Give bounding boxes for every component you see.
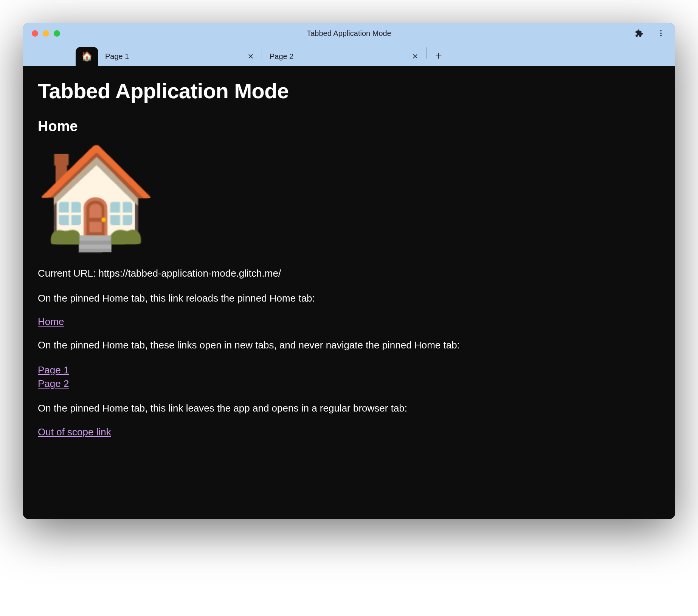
traffic-lights — [32, 23, 60, 44]
tab-pinned-home[interactable]: 🏠 — [76, 47, 98, 66]
link-home[interactable]: Home — [38, 316, 64, 328]
page-subtitle: Home — [38, 118, 660, 135]
tab-close-button[interactable] — [246, 51, 256, 61]
tab-page-2[interactable]: Page 2 — [263, 47, 425, 66]
current-url-label: Current URL: — [38, 268, 98, 279]
paragraph-newtabs: On the pinned Home tab, these links open… — [38, 338, 660, 353]
window-title: Tabbed Application Mode — [307, 29, 391, 38]
kebab-menu-icon — [657, 29, 665, 37]
current-url-value: https://tabbed-application-mode.glitch.m… — [98, 268, 281, 279]
svg-point-2 — [660, 35, 662, 37]
tab-page-1[interactable]: Page 1 — [98, 47, 261, 66]
link-out-of-scope[interactable]: Out of scope link — [38, 426, 111, 438]
app-menu-button[interactable] — [653, 26, 669, 41]
close-icon — [412, 53, 418, 59]
plus-icon — [435, 52, 442, 60]
svg-point-0 — [660, 30, 662, 32]
link-page-2[interactable]: Page 2 — [38, 377, 660, 390]
tab-label: Page 1 — [105, 52, 246, 61]
page-title: Tabbed Application Mode — [38, 79, 660, 103]
home-icon: 🏠 — [81, 52, 93, 61]
close-icon — [248, 53, 254, 59]
current-url-line: Current URL: https://tabbed-application-… — [38, 266, 660, 281]
window-close-button[interactable] — [32, 30, 38, 37]
paragraph-reload: On the pinned Home tab, this link reload… — [38, 291, 660, 306]
app-window: Tabbed Application Mode — [23, 23, 675, 519]
svg-point-1 — [660, 33, 662, 34]
tab-label: Page 2 — [270, 52, 410, 61]
tab-close-button[interactable] — [410, 51, 420, 61]
window-minimize-button[interactable] — [43, 30, 49, 37]
page-content: Tabbed Application Mode Home 🏠 Current U… — [23, 66, 675, 519]
link-page-1[interactable]: Page 1 — [38, 363, 660, 377]
window-maximize-button[interactable] — [54, 30, 60, 37]
tab-strip: 🏠 Page 1 Page 2 — [23, 44, 675, 66]
new-tab-button[interactable] — [430, 48, 447, 64]
puzzle-piece-icon — [635, 29, 643, 37]
tab-separator — [426, 47, 427, 59]
titlebar: Tabbed Application Mode — [23, 23, 675, 44]
paragraph-outofscope: On the pinned Home tab, this link leaves… — [38, 401, 660, 416]
extensions-button[interactable] — [631, 26, 647, 41]
tab-separator — [262, 47, 262, 59]
house-icon: 🏠 — [35, 147, 660, 246]
